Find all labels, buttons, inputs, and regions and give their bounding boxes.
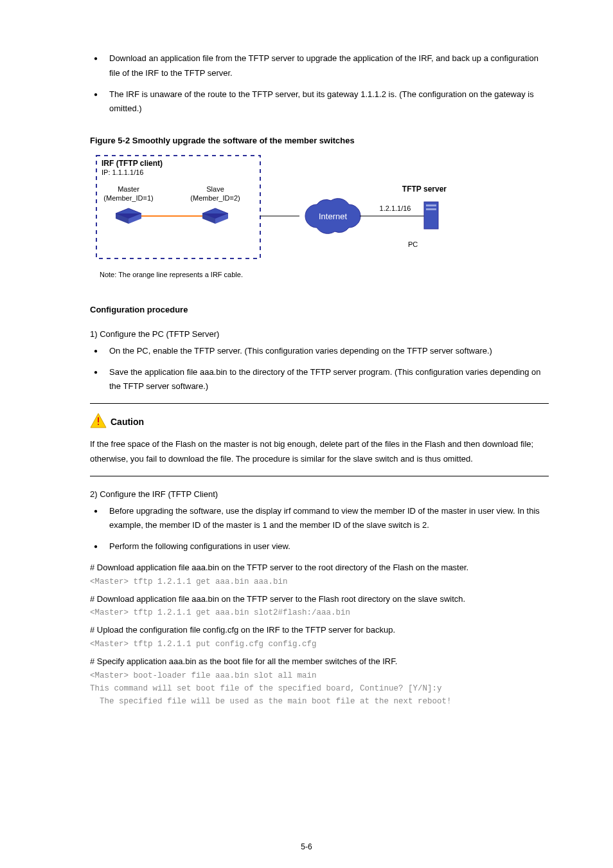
server-ip: 1.2.1.1/16 (380, 204, 411, 212)
cli-comment: # Specify application aaa.bin as the boo… (90, 655, 549, 669)
slave-label: Slave (206, 185, 224, 193)
caution-block: Caution If the free space of the Flash o… (90, 413, 549, 467)
text: Before upgrading the software, use the d… (109, 506, 540, 530)
svg-rect-13 (426, 208, 436, 210)
page-number: 5-6 (0, 842, 613, 851)
step-2-heading: 2) Configure the IRF (TFTP Client) (90, 489, 549, 499)
network-diagram: IRF (TFTP client) IP: 1.1.1.1/16 Master … (90, 152, 463, 284)
master-member: (Member_ID=1) (103, 194, 153, 202)
text: Download an application file from the TF… (109, 53, 538, 78)
caution-text: If the free space of the Flash on the ma… (90, 437, 549, 467)
intro-bullet: The IRF is unaware of the route to the T… (90, 87, 549, 117)
list-item: Before upgrading the software, use the d… (90, 504, 549, 534)
list-item: On the PC, enable the TFTP server. (This… (90, 344, 549, 359)
divider (90, 403, 549, 404)
irf-ip: IP: 1.1.1.1/16 (102, 168, 143, 176)
cli-output: This command will set boot file of the s… (90, 682, 549, 695)
list-item: Perform the following configurations in … (90, 539, 549, 554)
text: On the PC, enable the TFTP server. (This… (109, 346, 492, 356)
text: The IRF is unaware of the route to the T… (109, 89, 534, 114)
cli-cmd: <Master> tftp 1.2.1.1 put config.cfg con… (90, 638, 549, 651)
divider (90, 476, 549, 476)
cli-comment: # Upload the configuration file config.c… (90, 623, 549, 638)
slave-member: (Member_ID=2) (190, 194, 240, 202)
caution-icon (90, 413, 107, 431)
text: Perform the following configurations in … (109, 541, 290, 551)
cli-comment: # Download application file aaa.bin on t… (90, 561, 549, 575)
cli-output: The specified file will be used as the m… (90, 695, 549, 708)
server-sub: PC (408, 240, 418, 248)
cli-cmd: <Master> tftp 1.2.1.1 get aaa.bin aaa.bi… (90, 575, 549, 588)
text: Save the application file aaa.bin to the… (109, 367, 541, 392)
master-label: Master (118, 185, 139, 193)
svg-rect-16 (98, 424, 99, 425)
list-item: Save the application file aaa.bin to the… (90, 365, 549, 395)
cli-cmd: <Master> tftp 1.2.1.1 get aaa.bin slot2#… (90, 606, 549, 619)
figure-caption: Figure 5-2 Smoothly upgrade the software… (90, 136, 549, 145)
svg-rect-12 (426, 204, 436, 206)
intro-bullet: Download an application file from the TF… (90, 51, 549, 81)
internet-label: Internet (319, 212, 347, 221)
cli-comment: # Download application file aaa.bin on t… (90, 592, 549, 607)
irf-title: IRF (TFTP client) (102, 159, 163, 168)
server-title: TFTP server (402, 185, 447, 194)
diagram-note: Note: The orange line represents a IRF c… (100, 271, 243, 278)
procedure-heading: Configuration procedure (90, 303, 549, 318)
step-1-heading: 1) Configure the PC (TFTP Server) (90, 329, 549, 339)
internet-cloud: Internet (305, 199, 360, 234)
svg-rect-15 (98, 417, 99, 422)
cli-cmd: <Master> boot-loader file aaa.bin slot a… (90, 669, 549, 682)
caution-word: Caution (111, 417, 144, 427)
